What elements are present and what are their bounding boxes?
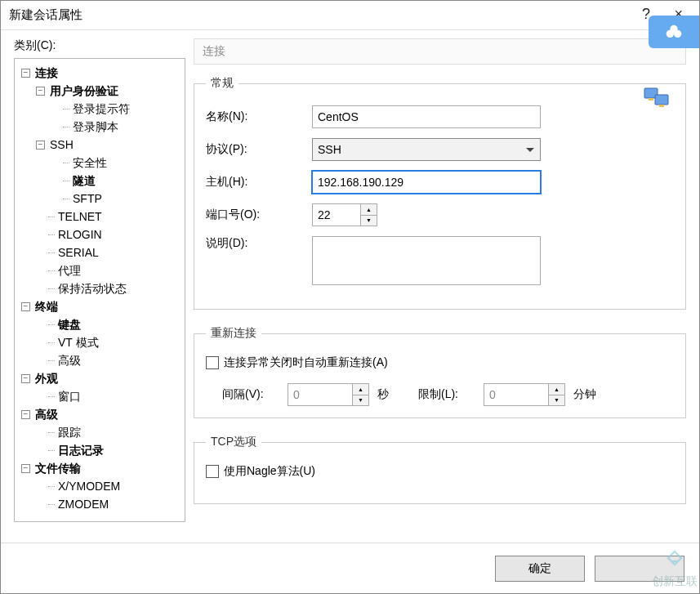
tree-login-prompt[interactable]: 登录提示符	[71, 100, 132, 118]
expand-icon[interactable]: −	[21, 464, 30, 473]
nagle-checkbox-label: 使用Nagle算法(U)	[224, 464, 315, 479]
spin-up-icon[interactable]: ▲	[361, 204, 377, 216]
tree-terminal[interactable]: 终端	[33, 297, 60, 315]
tree-proxy[interactable]: 代理	[56, 261, 82, 279]
tree-rlogin[interactable]: RLOGIN	[56, 226, 104, 243]
reconnect-checkbox[interactable]	[206, 356, 219, 369]
protocol-select[interactable]: SSH	[312, 138, 541, 161]
ok-button[interactable]: 确定	[495, 556, 585, 582]
tree-sftp[interactable]: SFTP	[71, 190, 104, 208]
minutes-label: 分钟	[573, 387, 606, 402]
tcp-legend: TCP选项	[206, 435, 261, 449]
spin-up-icon[interactable]: ▲	[353, 384, 368, 395]
protocol-label: 协议(P):	[206, 142, 312, 157]
category-label: 类别(C):	[14, 38, 185, 53]
spin-up-icon[interactable]: ▲	[549, 384, 564, 395]
host-label: 主机(H):	[206, 175, 312, 190]
general-group: 常规 名称(N): 协议(P): SSH 主机(H): 端口号(O):	[194, 76, 686, 310]
limit-label: 限制(L):	[418, 387, 475, 402]
svg-point-2	[670, 25, 677, 33]
port-label: 端口号(O):	[206, 208, 312, 222]
tree-keyboard[interactable]: 键盘	[56, 315, 82, 333]
desc-input[interactable]	[312, 236, 541, 285]
panel-header: 连接	[194, 38, 686, 65]
host-input[interactable]	[312, 171, 541, 194]
tree-tunnel[interactable]: 隧道	[71, 172, 97, 190]
general-legend: 常规	[206, 76, 239, 91]
expand-icon[interactable]: −	[36, 87, 45, 96]
expand-icon[interactable]: −	[21, 69, 30, 78]
tree-filetransfer[interactable]: 文件传输	[33, 459, 82, 477]
spin-down-icon[interactable]: ▼	[353, 395, 368, 406]
tree-vtmode[interactable]: VT 模式	[56, 333, 100, 351]
tree-keepalive[interactable]: 保持活动状态	[56, 279, 128, 297]
cancel-button[interactable]	[595, 556, 684, 582]
reconnect-legend: 重新连接	[206, 326, 261, 341]
expand-icon[interactable]: −	[36, 141, 45, 150]
tree-connection[interactable]: 连接	[33, 64, 60, 82]
name-label: 名称(N):	[206, 109, 312, 124]
tree-auth[interactable]: 用户身份验证	[48, 82, 120, 100]
footer: 确定	[1, 543, 699, 593]
nagle-checkbox[interactable]	[206, 465, 219, 478]
reconnect-checkbox-label: 连接异常关闭时自动重新连接(A)	[224, 355, 388, 370]
tree-login-script[interactable]: 登录脚本	[71, 118, 120, 136]
category-tree[interactable]: −连接 −用户身份验证 登录提示符 登录脚本 −SSH	[14, 58, 185, 522]
tree-advanced[interactable]: 高级	[33, 405, 60, 423]
tree-logging[interactable]: 日志记录	[56, 441, 105, 459]
tree-xymodem[interactable]: X/YMODEM	[56, 477, 122, 495]
tree-trace[interactable]: 跟踪	[56, 423, 82, 441]
spin-down-icon[interactable]: ▼	[549, 395, 564, 406]
expand-icon[interactable]: −	[21, 374, 30, 383]
tree-advanced-term[interactable]: 高级	[56, 351, 82, 369]
reconnect-group: 重新连接 连接异常关闭时自动重新连接(A) 间隔(V): ▲▼ 秒 限制(L):	[194, 326, 686, 418]
dialog-window: 新建会话属性 ? × 类别(C): −连接 −用户身份验证 登录提示符	[0, 0, 700, 594]
expand-icon[interactable]: −	[21, 302, 30, 311]
interval-spinner[interactable]: ▲▼	[288, 383, 369, 406]
tcp-group: TCP选项 使用Nagle算法(U)	[194, 435, 686, 504]
interval-label: 间隔(V):	[222, 387, 279, 402]
port-spinner[interactable]: ▲▼	[312, 203, 377, 226]
tree-appearance[interactable]: 外观	[33, 369, 60, 387]
window-title: 新建会话属性	[9, 7, 82, 23]
tree-ssh[interactable]: SSH	[48, 136, 75, 154]
expand-icon[interactable]: −	[21, 410, 30, 419]
limit-spinner[interactable]: ▲▼	[484, 383, 565, 406]
seconds-label: 秒	[377, 387, 410, 402]
limit-input[interactable]	[484, 383, 549, 406]
tree-security[interactable]: 安全性	[71, 154, 109, 172]
tree-window[interactable]: 窗口	[56, 387, 82, 405]
tree-telnet[interactable]: TELNET	[56, 208, 104, 226]
port-input[interactable]	[312, 203, 361, 226]
tree-zmodem[interactable]: ZMODEM	[56, 495, 110, 513]
tree-serial[interactable]: SERIAL	[56, 243, 100, 261]
name-input[interactable]	[312, 105, 541, 128]
titlebar: 新建会话属性 ? ×	[1, 1, 699, 30]
cloud-overlay-icon	[649, 16, 699, 48]
desc-label: 说明(D):	[206, 236, 312, 251]
spin-down-icon[interactable]: ▼	[361, 216, 377, 226]
interval-input[interactable]	[288, 383, 353, 406]
